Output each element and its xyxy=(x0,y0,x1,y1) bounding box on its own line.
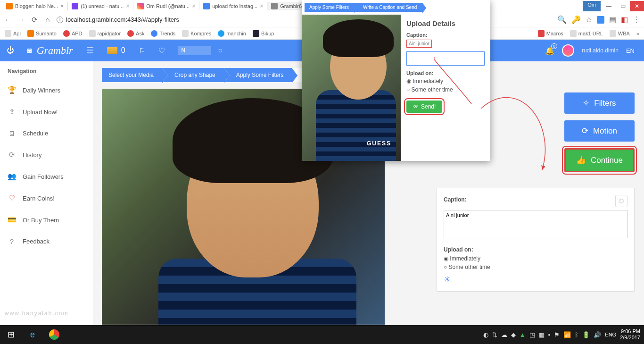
caption-input[interactable] xyxy=(444,210,627,238)
tray-icon[interactable]: ⇅ xyxy=(492,331,497,338)
overlay-title: Upload Details xyxy=(406,19,485,27)
nav-earn-coins[interactable]: ♡Earn Coins! xyxy=(0,187,93,209)
tray-icon[interactable]: ▲ xyxy=(520,331,526,338)
watermark: www.hanyalah.com xyxy=(5,310,68,317)
close-icon[interactable]: × xyxy=(60,3,64,9)
overlay-radio-other[interactable]: ○ Some other time xyxy=(406,86,485,93)
filters-button[interactable]: ✧Filters xyxy=(564,92,635,114)
bookmark[interactable]: Ask xyxy=(127,30,144,37)
browser-tab[interactable]: Om Rudi (@natu...× xyxy=(133,2,199,10)
heart-icon[interactable]: ♡ xyxy=(158,46,165,55)
emoji-button[interactable]: ☺ xyxy=(615,195,627,207)
avatar[interactable] xyxy=(562,44,574,57)
overlay-caption-box[interactable] xyxy=(406,51,485,66)
back-icon[interactable]: ← xyxy=(4,16,12,24)
bookmark[interactable]: Apl xyxy=(5,30,21,37)
radio-immediately[interactable]: ◉ Immediately xyxy=(444,255,627,262)
overlay-photo: GUESS xyxy=(302,15,401,161)
bookmark[interactable]: Kompres xyxy=(182,30,211,37)
reload-icon[interactable]: ⟳ xyxy=(30,16,39,24)
bookmark[interactable]: mak1 URL xyxy=(570,30,603,37)
flag-icon[interactable]: ⚐ xyxy=(139,46,145,55)
continue-button[interactable]: 👍Continue xyxy=(564,148,635,172)
tray-icon[interactable]: ▪ xyxy=(548,331,551,338)
bookmark[interactable]: Macros xyxy=(538,30,563,37)
menu-icon[interactable]: ⋮ xyxy=(633,15,640,24)
tray-icon[interactable]: ☁ xyxy=(501,331,507,338)
nav-schedule[interactable]: 🗓Schedule xyxy=(0,123,93,144)
tray-icon[interactable]: ⚑ xyxy=(554,331,560,338)
upload-icon: ⇪ xyxy=(8,108,16,116)
bookmark-overflow-icon[interactable]: » xyxy=(636,31,639,36)
coin-counter[interactable]: 0 xyxy=(100,40,132,61)
minimize-button[interactable]: — xyxy=(602,1,616,11)
close-icon[interactable]: × xyxy=(192,3,195,9)
nav-history[interactable]: ⟳History xyxy=(0,144,93,166)
tray-icon[interactable]: ◳ xyxy=(529,331,535,338)
taskbar-ie[interactable]: e xyxy=(22,325,43,344)
start-button[interactable]: ⊞ xyxy=(0,325,22,344)
overlay-step-caption[interactable]: Write a Caption and Send xyxy=(355,3,422,12)
nav-feedback[interactable]: ?Feedback xyxy=(0,231,93,252)
bookmark[interactable]: Trends xyxy=(151,30,175,37)
browser-tab[interactable]: Blogger: halo Ne...× xyxy=(2,2,68,10)
overlay-step-filters[interactable]: Apply Some Filters xyxy=(305,3,355,12)
bookmark[interactable]: Bikup xyxy=(253,30,274,37)
tray-bluetooth-icon[interactable]: ᛒ xyxy=(575,331,578,338)
browser-tab[interactable]: upload foto instag...× xyxy=(199,2,267,10)
send-button[interactable]: 👁 Send! xyxy=(406,101,442,113)
step-select-media[interactable]: Select your Media xyxy=(102,68,162,82)
tray-icon[interactable]: ◆ xyxy=(511,331,516,338)
tray-volume-icon[interactable]: 🔊 xyxy=(594,331,601,338)
star-icon[interactable]: ☆ xyxy=(586,15,592,24)
bell-icon[interactable]: 🔔0 xyxy=(545,46,554,55)
trophy-icon: 🏆 xyxy=(8,86,16,94)
step-filters[interactable]: Apply Some Filters xyxy=(224,68,292,82)
taskbar-chrome[interactable] xyxy=(43,325,65,344)
chrome-user-badge[interactable]: Om xyxy=(583,1,601,11)
extension-icon[interactable] xyxy=(597,16,604,24)
bookmark[interactable]: WBA xyxy=(610,30,630,37)
maximize-button[interactable]: ▭ xyxy=(616,1,630,11)
window-controls: Om — ▭ ✕ xyxy=(583,1,644,11)
brand-logo: Gramblr xyxy=(37,44,73,57)
close-window-button[interactable]: ✕ xyxy=(630,1,644,11)
radio-some-other-time[interactable]: ○ Some other time xyxy=(444,264,627,270)
overlay-radio-immediately[interactable]: ◉ Immediately xyxy=(406,78,485,84)
overlay-caption-label: Caption: xyxy=(406,32,485,38)
tray-signal-icon[interactable]: 📶 xyxy=(563,331,571,338)
tray-clock[interactable]: 9:06 PM2/9/2017 xyxy=(620,328,640,341)
tray-icon[interactable]: ◐ xyxy=(483,331,488,338)
action-panel: ✧Filters ⟳Motion 👍Continue xyxy=(564,92,635,179)
nav-gain-followers[interactable]: 👥Gain Followers xyxy=(0,166,93,187)
menu-icon[interactable]: ☰ xyxy=(80,40,100,61)
tray-icon[interactable]: ▦ xyxy=(539,331,545,338)
close-icon[interactable]: × xyxy=(126,3,129,9)
step-crop[interactable]: Crop any Shape xyxy=(162,68,224,82)
bookmark[interactable]: rapidgator xyxy=(89,30,121,37)
bookmark[interactable]: manchin xyxy=(218,30,246,37)
tray-lang[interactable]: ENG xyxy=(605,332,616,337)
home-icon[interactable]: ⌂ xyxy=(43,16,52,24)
username[interactable]: rudi.aldo.dimin xyxy=(582,47,619,54)
loading-spinner: ✳ xyxy=(444,274,627,285)
zoom-icon[interactable]: 🔍 xyxy=(557,15,567,24)
calendar-icon: 🗓 xyxy=(8,129,16,137)
nav-upload-now[interactable]: ⇪Upload Now! xyxy=(0,101,93,123)
bookmark[interactable]: APD xyxy=(63,30,83,37)
search-input[interactable] xyxy=(178,46,211,55)
close-icon[interactable]: × xyxy=(260,3,263,9)
bookmark[interactable]: Sumanto xyxy=(27,30,57,37)
forward-icon[interactable]: → xyxy=(17,16,25,24)
extension-icon[interactable]: ▤ xyxy=(609,15,616,24)
nav-buy-coins[interactable]: 💳Or Buy Them xyxy=(0,209,93,231)
power-button[interactable]: ⏻ xyxy=(0,40,21,61)
overlay-caption-value[interactable]: Aini junior xyxy=(406,40,432,48)
nav-daily-winners[interactable]: 🏆Daily Winners xyxy=(0,79,93,101)
browser-tab[interactable]: (1) unread - natu...× xyxy=(68,2,133,10)
motion-button[interactable]: ⟳Motion xyxy=(564,120,635,142)
language-selector[interactable]: EN xyxy=(626,47,635,54)
pdf-icon[interactable]: ◧ xyxy=(621,15,628,24)
tray-battery-icon[interactable]: 🔋 xyxy=(582,331,590,338)
key-icon[interactable]: 🔑 xyxy=(571,15,581,24)
